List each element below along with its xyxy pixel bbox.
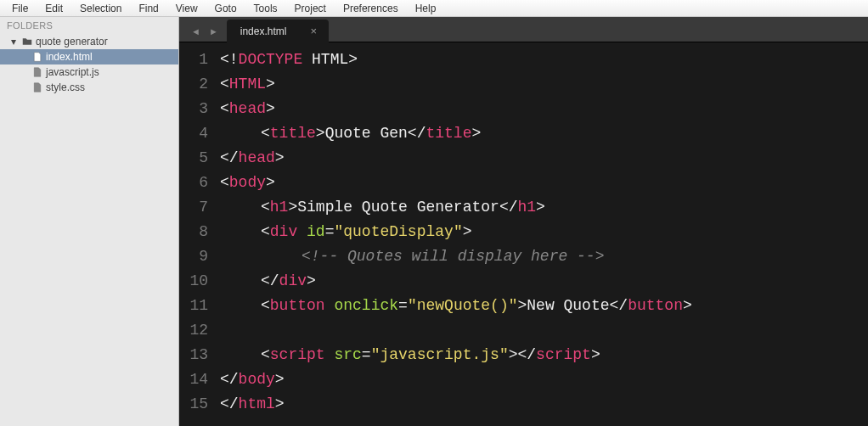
gutter: 123456789101112131415 [179,48,220,426]
code-line[interactable]: <script src="javascript.js"></script> [220,343,868,367]
line-number: 9 [189,244,208,269]
code-line[interactable]: </div> [220,269,868,294]
file-icon [32,67,42,77]
code-line[interactable]: <title>Quote Gen</title> [220,121,868,146]
menu-project[interactable]: Project [286,1,335,16]
file-label: style.css [46,81,85,93]
file-tree: ▾quote generatorindex.htmljavascript.jss… [0,32,178,97]
line-number: 14 [189,367,208,392]
line-number: 7 [189,195,208,220]
line-number: 1 [189,48,208,72]
code-line[interactable]: <!-- Quotes will display here --> [220,244,868,269]
menu-edit[interactable]: Edit [37,1,71,16]
menu-help[interactable]: Help [407,1,445,16]
line-number: 4 [189,121,208,146]
file-label: index.html [46,51,93,63]
line-number: 2 [189,72,208,97]
code-editor[interactable]: 123456789101112131415 <!DOCTYPE HTML><HT… [179,42,868,426]
line-number: 8 [189,220,208,244]
tab-index-html[interactable]: index.html × [227,20,329,42]
code-line[interactable] [220,318,868,343]
code-line[interactable]: </body> [220,367,868,392]
code-line[interactable]: <div id="quoteDisplay"> [220,220,868,244]
file-icon [32,52,42,62]
line-number: 5 [189,146,208,171]
code-line[interactable]: <HTML> [220,72,868,97]
folder-root[interactable]: ▾quote generator [0,34,178,49]
file-icon [32,82,42,92]
folder-icon [22,36,32,47]
tabbar: ◄ ► index.html × [179,17,868,42]
main-container: FOLDERS ▾quote generatorindex.htmljavasc… [0,17,868,426]
line-number: 6 [189,171,208,195]
file-label: javascript.js [46,66,99,78]
line-number: 13 [189,343,208,367]
line-number: 10 [189,269,208,294]
code-body[interactable]: <!DOCTYPE HTML><HTML><head><title>Quote … [220,48,868,426]
folder-label: quote generator [36,36,108,48]
history-back-icon[interactable]: ◄ [186,26,209,42]
chevron-down-icon: ▾ [8,36,19,47]
code-line[interactable]: <body> [220,171,868,195]
menu-preferences[interactable]: Preferences [335,1,407,16]
menu-file[interactable]: File [3,1,37,16]
file-index-html[interactable]: index.html [0,49,178,64]
line-number: 15 [189,392,208,417]
line-number: 3 [189,97,208,121]
code-line[interactable]: <h1>Simple Quote Generator</h1> [220,195,868,220]
sidebar-header: FOLDERS [0,17,178,32]
menu-selection[interactable]: Selection [71,1,130,16]
sidebar: FOLDERS ▾quote generatorindex.htmljavasc… [0,17,179,426]
file-javascript-js[interactable]: javascript.js [0,64,178,80]
tab-label: index.html [240,25,287,37]
line-number: 11 [189,294,208,318]
code-line[interactable]: <!DOCTYPE HTML> [220,48,868,72]
code-line[interactable]: <head> [220,97,868,121]
file-style-css[interactable]: style.css [0,80,178,95]
editor-area: ◄ ► index.html × 123456789101112131415 <… [179,17,868,426]
code-line[interactable]: </head> [220,146,868,171]
menu-goto[interactable]: Goto [206,1,245,16]
code-line[interactable]: </html> [220,392,868,417]
line-number: 12 [189,318,208,343]
close-icon[interactable]: × [310,25,317,37]
code-line[interactable]: <button onclick="newQuote()">New Quote</… [220,294,868,318]
history-forward-icon[interactable]: ► [209,26,227,42]
menubar: FileEditSelectionFindViewGotoToolsProjec… [0,0,868,17]
menu-find[interactable]: Find [130,1,166,16]
menu-view[interactable]: View [167,1,206,16]
menu-tools[interactable]: Tools [245,1,286,16]
